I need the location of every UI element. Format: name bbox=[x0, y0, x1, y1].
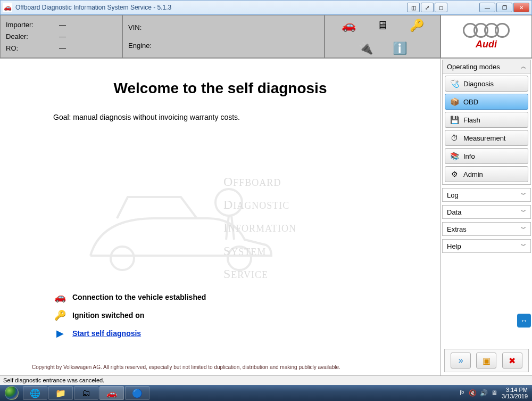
teamviewer-float-button[interactable]: ↔ bbox=[517, 314, 531, 328]
tray-icons[interactable]: 🏳 🔇 🔊 🖥 bbox=[459, 389, 497, 397]
vin-value bbox=[165, 23, 319, 31]
connection-text: Connection to the vehicle established bbox=[72, 293, 206, 301]
aux-button-1[interactable]: ◫ bbox=[407, 3, 420, 12]
collapse-icon: ︽ bbox=[521, 63, 526, 70]
ro-value: — bbox=[43, 44, 117, 52]
dealer-label: Dealer: bbox=[6, 32, 43, 40]
tray-battery-icon[interactable]: 🖥 bbox=[491, 389, 497, 397]
maximize-button[interactable]: ❐ bbox=[496, 3, 512, 12]
tray-clock[interactable]: 3:14 PM 3/13/2019 bbox=[502, 387, 528, 399]
brand-name: Audi bbox=[476, 39, 497, 50]
taskbar: 🌐 📁 🗂 🚗 🔵 🏳 🔇 🔊 🖥 3:14 PM 3/13/2019 bbox=[0, 385, 532, 401]
status-start: ▶ Start self diagnosis bbox=[53, 328, 409, 339]
goal-text: Goal: manual diagnosis without invoicing… bbox=[53, 113, 409, 121]
brand-logo-panel: Audi bbox=[440, 15, 532, 58]
books-icon: 📚 bbox=[450, 152, 459, 160]
panel-extras[interactable]: Extras︾ bbox=[442, 222, 531, 236]
close-button[interactable]: ✕ bbox=[513, 3, 529, 12]
task-odis[interactable]: 🚗 bbox=[99, 386, 124, 400]
aux-button-2[interactable]: ⤢ bbox=[421, 3, 434, 12]
tool-panel: 🚗 🖥 🔑 🔌 ℹ️ bbox=[325, 15, 440, 58]
tray-network-icon[interactable]: 🔇 bbox=[469, 389, 477, 397]
car-icon[interactable]: 🚗 bbox=[339, 18, 358, 33]
ignition-text: Ignition switched on bbox=[72, 311, 144, 320]
tray-volume-icon[interactable]: 🔊 bbox=[480, 389, 488, 397]
sidebar-item-flash[interactable]: 💾Flash bbox=[445, 112, 528, 128]
stop-button[interactable]: ✖ bbox=[502, 353, 522, 369]
task-folder[interactable]: 🗂 bbox=[74, 386, 98, 400]
task-explorer[interactable]: 📁 bbox=[48, 386, 73, 400]
vin-label: VIN: bbox=[128, 23, 165, 31]
tray-flag-icon[interactable]: 🏳 bbox=[459, 389, 466, 397]
obd-icon: 📦 bbox=[450, 97, 459, 106]
network-icon[interactable]: 🖥 bbox=[373, 18, 392, 33]
key-icon[interactable]: 🔑 bbox=[408, 18, 426, 33]
panel-log[interactable]: Log︾ bbox=[442, 188, 531, 202]
panel-data[interactable]: Data︾ bbox=[442, 205, 531, 219]
expand-icon: ︾ bbox=[521, 242, 526, 250]
engine-value bbox=[165, 42, 319, 50]
titlebar-aux-controls: ◫ ⤢ ◻ bbox=[407, 3, 447, 12]
operating-modes-label: Operating modes bbox=[447, 63, 500, 71]
usb-icon[interactable]: 🔌 bbox=[356, 41, 375, 56]
info-panel-vehicle: VIN: Engine: bbox=[122, 15, 325, 58]
status-list: 🚗 Connection to the vehicle established … bbox=[53, 291, 409, 346]
key-status-icon: 🔑 bbox=[53, 309, 67, 321]
sidebar-label: Info bbox=[463, 152, 475, 160]
panel-help[interactable]: Help︾ bbox=[442, 239, 531, 253]
header-bar: Importer:— Dealer:— RO:— VIN: Engine: 🚗 … bbox=[0, 15, 532, 59]
tray-date: 3/13/2019 bbox=[502, 393, 528, 399]
stethoscope-icon: 🩺 bbox=[450, 79, 459, 88]
audi-rings-icon bbox=[463, 23, 510, 38]
tray-time: 3:14 PM bbox=[502, 387, 528, 393]
sidebar-item-admin[interactable]: ⚙Admin bbox=[445, 166, 528, 182]
task-ie[interactable]: 🌐 bbox=[23, 386, 47, 400]
sidebar-label: Diagnosis bbox=[463, 80, 494, 88]
window-controls: — ❐ ✕ bbox=[479, 3, 529, 12]
window-titlebar: 🚗 Offboard Diagnostic Information System… bbox=[0, 0, 532, 15]
expand-icon: ︾ bbox=[521, 191, 526, 199]
status-ignition: 🔑 Ignition switched on bbox=[53, 309, 409, 321]
play-icon: ▶ bbox=[53, 328, 67, 339]
bounds-button[interactable]: ▣ bbox=[476, 353, 496, 369]
copyright-text: Copyright by Volkswagen AG. All rights r… bbox=[32, 364, 409, 370]
start-self-diagnosis-link[interactable]: Start self diagnosis bbox=[72, 329, 141, 338]
gear-icon: ⚙ bbox=[450, 170, 459, 178]
aux-button-3[interactable]: ◻ bbox=[435, 3, 447, 12]
system-tray: 🏳 🔇 🔊 🖥 3:14 PM 3/13/2019 bbox=[459, 387, 531, 399]
start-button[interactable] bbox=[1, 386, 22, 400]
task-teamviewer[interactable]: 🔵 bbox=[125, 386, 149, 400]
app-icon: 🚗 bbox=[3, 3, 12, 12]
info-panel-dealer: Importer:— Dealer:— RO:— bbox=[0, 15, 122, 58]
sidebar-label: Flash bbox=[463, 116, 480, 124]
forward-button[interactable]: » bbox=[451, 353, 471, 369]
disk-icon: 💾 bbox=[450, 116, 459, 124]
bottom-controls: » ▣ ✖ bbox=[444, 349, 529, 372]
sidebar-item-diagnosis[interactable]: 🩺Diagnosis bbox=[445, 76, 528, 92]
sidebar-item-info[interactable]: 📚Info bbox=[445, 148, 528, 164]
window-title: Offboard Diagnostic Information System S… bbox=[15, 4, 407, 11]
sidebar: Operating modes ︽ 🩺Diagnosis 📦OBD 💾Flash… bbox=[440, 59, 532, 375]
operating-modes-body: 🩺Diagnosis 📦OBD 💾Flash ⏱Measurement 📚Inf… bbox=[442, 73, 531, 185]
operating-modes-header[interactable]: Operating modes ︽ bbox=[442, 60, 531, 73]
sidebar-label: Measurement bbox=[463, 134, 505, 142]
sidebar-label: Admin bbox=[463, 170, 483, 178]
gauge-icon: ⏱ bbox=[450, 134, 459, 142]
sidebar-label: OBD bbox=[463, 98, 478, 106]
importer-label: Importer: bbox=[6, 21, 43, 29]
expand-icon: ︾ bbox=[521, 225, 526, 233]
status-connection: 🚗 Connection to the vehicle established bbox=[53, 291, 409, 303]
page-title: Welcome to the self diagnosis bbox=[32, 80, 409, 97]
engine-label: Engine: bbox=[128, 42, 165, 50]
dealer-value: — bbox=[43, 32, 117, 40]
main-content: Welcome to the self diagnosis Goal: manu… bbox=[0, 59, 440, 375]
sidebar-item-measurement[interactable]: ⏱Measurement bbox=[445, 130, 528, 146]
status-bar: Self diagnostic entrance was canceled. bbox=[0, 375, 532, 385]
info-icon[interactable]: ℹ️ bbox=[390, 41, 409, 56]
sidebar-item-obd[interactable]: 📦OBD bbox=[445, 94, 528, 110]
expand-icon: ︾ bbox=[521, 208, 526, 216]
status-message: Self diagnostic entrance was canceled. bbox=[3, 377, 104, 383]
windows-orb-icon bbox=[5, 386, 19, 400]
minimize-button[interactable]: — bbox=[479, 3, 495, 12]
car-status-icon: 🚗 bbox=[53, 291, 67, 303]
